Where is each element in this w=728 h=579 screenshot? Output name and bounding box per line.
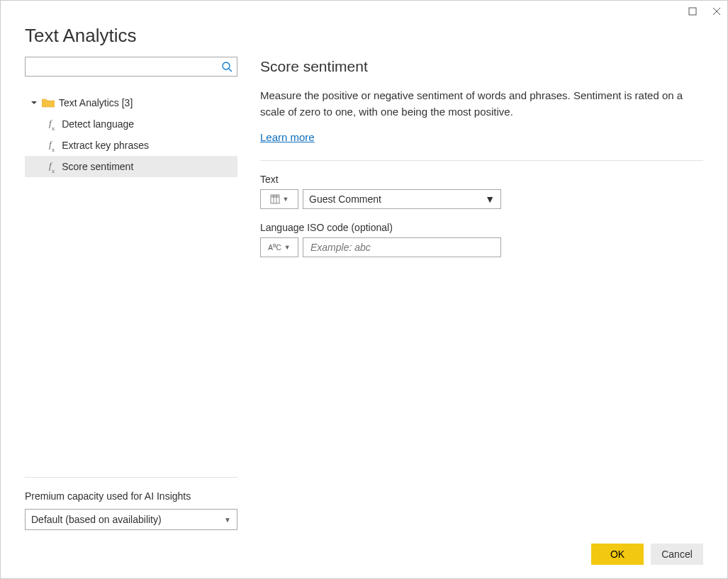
text-field-dropdown[interactable]: Guest Comment ▼	[303, 189, 501, 209]
dialog-footer: OK Cancel	[1, 530, 727, 578]
svg-rect-4	[271, 195, 279, 198]
chevron-down-icon: ▼	[224, 516, 231, 524]
premium-value: Default (based on availability)	[31, 514, 162, 525]
dialog-window: Text Analytics Text Analytics [3]	[0, 0, 728, 579]
maximize-button[interactable]	[688, 6, 698, 16]
text-type-icon: ABC	[268, 243, 281, 252]
tree-item-detect-language[interactable]: fx Detect language	[25, 113, 237, 135]
fx-icon: fx	[49, 160, 55, 173]
chevron-down-icon: ▼	[283, 196, 289, 203]
right-panel: Score sentiment Measure the positive or …	[237, 57, 703, 530]
dialog-body: Text Analytics [3] fx Detect language fx…	[1, 57, 727, 530]
text-field-value: Guest Comment	[309, 193, 381, 205]
text-field-label: Text	[260, 174, 703, 185]
tree-item-label: Extract key phrases	[62, 140, 149, 151]
section-title: Score sentiment	[260, 58, 703, 75]
cancel-button[interactable]: Cancel	[651, 544, 703, 565]
learn-more-link[interactable]: Learn more	[260, 131, 703, 143]
language-field-label: Language ISO code (optional)	[260, 222, 703, 233]
language-field-input-wrap	[303, 237, 501, 257]
dialog-title: Text Analytics	[1, 22, 727, 57]
column-icon	[270, 194, 280, 204]
text-field-row: ▼ Guest Comment ▼	[260, 189, 703, 209]
chevron-down-icon: ▼	[485, 193, 495, 205]
language-input[interactable]	[309, 241, 495, 254]
premium-section: Premium capacity used for AI Insights De…	[25, 477, 237, 530]
chevron-down-icon: ▼	[284, 244, 291, 251]
close-button[interactable]	[712, 6, 722, 16]
language-type-selector[interactable]: ABC ▼	[260, 237, 298, 257]
title-bar	[1, 1, 727, 22]
left-panel: Text Analytics [3] fx Detect language fx…	[25, 57, 237, 530]
svg-point-1	[223, 62, 230, 69]
premium-label: Premium capacity used for AI Insights	[25, 490, 237, 502]
tree-item-label: Score sentiment	[62, 161, 133, 172]
tree-item-score-sentiment[interactable]: fx Score sentiment	[25, 156, 237, 177]
fx-icon: fx	[49, 118, 55, 130]
tree-item-label: Detect language	[62, 118, 134, 130]
tree-item-extract-key-phrases[interactable]: fx Extract key phrases	[25, 135, 237, 156]
tree-root-label: Text Analytics [3]	[59, 97, 133, 108]
language-field-row: ABC ▼	[260, 237, 703, 257]
svg-rect-0	[689, 8, 696, 15]
tree-root-text-analytics[interactable]: Text Analytics [3]	[25, 92, 237, 113]
svg-line-2	[229, 69, 232, 72]
text-type-selector[interactable]: ▼	[260, 189, 298, 209]
fx-icon: fx	[49, 139, 55, 152]
ok-button[interactable]: OK	[591, 544, 644, 565]
chevron-down-icon	[30, 99, 38, 106]
folder-icon	[42, 98, 55, 108]
function-tree: Text Analytics [3] fx Detect language fx…	[25, 92, 237, 477]
premium-capacity-dropdown[interactable]: Default (based on availability) ▼	[25, 509, 237, 530]
search-box[interactable]	[25, 57, 237, 77]
divider	[260, 160, 703, 161]
search-icon	[221, 61, 233, 72]
section-description: Measure the positive or negative sentime…	[260, 88, 703, 120]
search-input[interactable]	[30, 61, 221, 73]
